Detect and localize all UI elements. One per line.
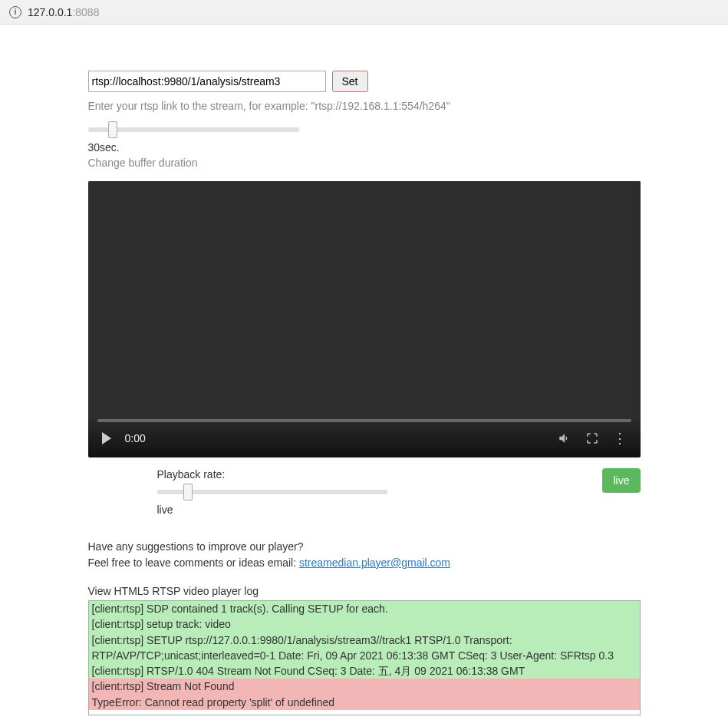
- live-button[interactable]: live: [602, 468, 640, 493]
- buffer-slider[interactable]: [88, 127, 299, 132]
- address-text: 127.0.0.1:8088: [28, 6, 99, 18]
- address-host: 127.0.0.1: [28, 6, 72, 18]
- playback-value: live: [157, 504, 387, 516]
- suggestion-line-1: Have any suggestions to improve our play…: [88, 539, 641, 555]
- info-icon: i: [9, 6, 21, 18]
- rtsp-input-row: Set: [88, 71, 641, 92]
- log-line-error: TypeError: Cannot read property 'split' …: [89, 695, 640, 710]
- video-player[interactable]: 0:00 ⋮: [88, 181, 641, 457]
- address-port: :8088: [72, 6, 99, 18]
- log-line: [client:rtsp] SETUP rtsp://127.0.0.1:998…: [89, 632, 640, 664]
- page-container: Set Enter your rtsp link to the stream, …: [88, 25, 641, 720]
- rtsp-hint: Enter your rtsp link to the stream, for …: [88, 100, 641, 112]
- log-title: View HTML5 RTSP video player log: [88, 585, 641, 597]
- volume-icon[interactable]: [558, 431, 572, 445]
- log-line-error: [client:rtsp] Stream Not Found: [89, 679, 640, 694]
- video-controls: 0:00 ⋮: [88, 419, 641, 457]
- playback-label: Playback rate:: [157, 468, 387, 481]
- buffer-hint: Change buffer duration: [88, 157, 641, 169]
- fullscreen-icon[interactable]: [585, 431, 599, 445]
- suggestion-line-2: Feel free to leave comments or ideas ema…: [88, 555, 641, 571]
- log-line: [client:rtsp] setup track: video: [89, 616, 640, 632]
- suggestion-prefix: Feel free to leave comments or ideas ema…: [88, 557, 299, 569]
- playback-controls: Playback rate: live: [157, 468, 387, 516]
- playback-slider[interactable]: [157, 490, 387, 494]
- video-canvas: [88, 181, 641, 419]
- browser-address-bar: i 127.0.0.1:8088: [0, 0, 728, 25]
- set-button[interactable]: Set: [332, 71, 368, 92]
- play-icon[interactable]: [102, 432, 111, 444]
- log-line: [client:rtsp] RTSP/1.0 404 Stream Not Fo…: [89, 663, 640, 679]
- playback-row: Playback rate: live live: [88, 468, 641, 516]
- log-line: [client:rtsp] SDP contained 1 track(s). …: [89, 601, 640, 616]
- buffer-slider-row: [88, 123, 641, 135]
- rtsp-url-input[interactable]: [88, 71, 326, 92]
- more-icon[interactable]: ⋮: [613, 431, 627, 445]
- buffer-value: 30sec.: [88, 141, 641, 154]
- suggestion-email-link[interactable]: streamedian.player@gmail.com: [299, 557, 450, 569]
- video-time: 0:00: [125, 432, 146, 444]
- log-box[interactable]: [client:rtsp] SDP contained 1 track(s). …: [88, 600, 641, 715]
- suggestion-block: Have any suggestions to improve our play…: [88, 539, 641, 571]
